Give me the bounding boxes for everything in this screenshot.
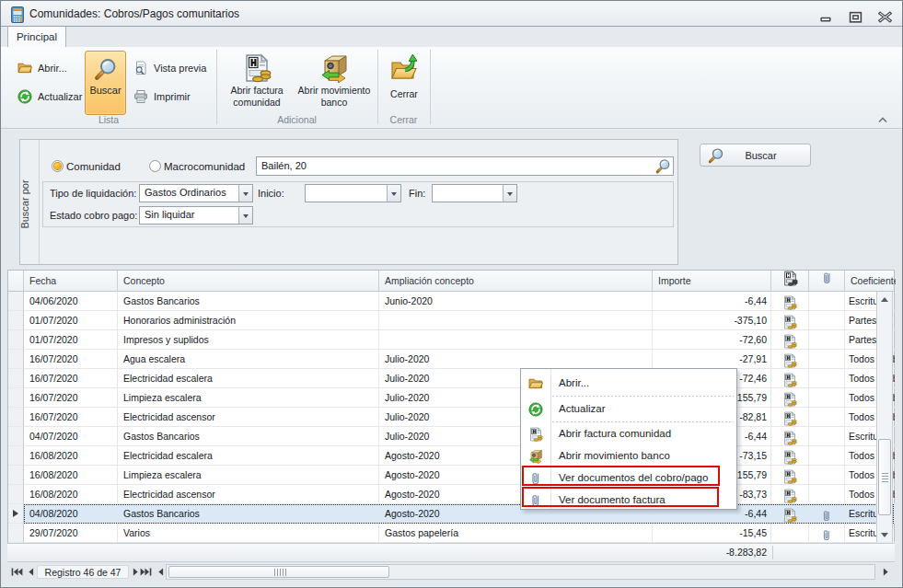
table-row[interactable]: 01/07/2020 Honorarios administración -37… xyxy=(8,311,894,330)
cell-concepto[interactable]: Impresos y suplidos xyxy=(118,330,379,350)
radio-comunidad[interactable] xyxy=(52,160,64,172)
header-factura[interactable] xyxy=(771,271,809,292)
ribbon-collapse-button[interactable] xyxy=(875,113,890,126)
header-fecha[interactable]: Fecha xyxy=(24,271,118,292)
horizontal-scrollbar-thumb[interactable] xyxy=(168,566,389,578)
cell-fecha[interactable]: 04/07/2020 xyxy=(24,427,118,446)
cell-concepto[interactable]: Gastos Bancarios xyxy=(118,427,379,446)
cell-adjunto[interactable] xyxy=(809,350,845,369)
ribbon-button-buscar[interactable]: Buscar xyxy=(85,51,126,115)
cell-ampliacion[interactable]: Junio-2020 xyxy=(379,292,653,311)
cell-adjunto[interactable] xyxy=(809,485,845,504)
cell-concepto[interactable]: Honorarios administración xyxy=(118,311,379,330)
ribbon-button-cerrar[interactable]: Cerrar xyxy=(380,51,428,115)
hscroll-left-button[interactable] xyxy=(154,566,167,578)
cell-factura[interactable] xyxy=(771,427,809,446)
buscar-button[interactable]: Buscar xyxy=(700,144,811,167)
tipo-liquidacion-combo[interactable]: Gastos Ordinarios xyxy=(139,184,253,202)
nav-first-button[interactable] xyxy=(10,566,23,578)
cell-factura[interactable] xyxy=(771,330,809,350)
cell-concepto[interactable]: Gastos Bancarios xyxy=(118,292,379,311)
cell-concepto[interactable]: Varios xyxy=(118,524,379,543)
horizontal-scrollbar[interactable] xyxy=(166,564,875,580)
vertical-scrollbar[interactable] xyxy=(876,292,893,542)
scroll-down-button[interactable] xyxy=(877,527,892,542)
cell-concepto[interactable]: Electricidad escalera xyxy=(118,446,379,466)
cell-adjunto[interactable] xyxy=(809,427,845,446)
table-row[interactable]: 04/06/2020 Gastos Bancarios Junio-2020 -… xyxy=(8,292,894,311)
cell-ampliacion[interactable]: Gastos papelería xyxy=(379,524,653,543)
cell-factura[interactable] xyxy=(771,446,809,466)
nav-prev-button[interactable] xyxy=(24,566,37,578)
ribbon-button-imprimir[interactable]: Imprimir xyxy=(133,87,191,106)
cell-importe[interactable]: -27,91 xyxy=(653,350,771,369)
cell-fecha[interactable]: 04/08/2020 xyxy=(24,504,118,524)
cell-concepto[interactable]: Limpieza escalera xyxy=(118,466,379,485)
menu-item-abrir-movimiento-banco[interactable]: Abrir movimiento banco xyxy=(522,445,735,467)
table-row[interactable]: 01/07/2020 Impresos y suplidos -72,60 Pa… xyxy=(8,330,894,350)
table-row[interactable]: 16/08/2020 Electricidad escalera Agosto-… xyxy=(8,446,894,466)
header-concepto[interactable]: Concepto xyxy=(118,271,379,292)
cell-fecha[interactable]: 16/08/2020 xyxy=(24,466,118,485)
cell-fecha[interactable]: 16/08/2020 xyxy=(24,446,118,466)
cell-adjunto[interactable] xyxy=(809,446,845,466)
ribbon-button-vista-previa[interactable]: Vista previa xyxy=(133,59,206,77)
tab-principal[interactable]: Principal xyxy=(7,27,66,47)
table-row[interactable]: 16/07/2020 Electricidad ascensor Julio-2… xyxy=(8,408,894,427)
cell-concepto[interactable]: Limpieza escalera xyxy=(118,388,379,408)
cell-factura[interactable] xyxy=(771,388,809,408)
vertical-scrollbar-thumb[interactable] xyxy=(878,439,891,515)
table-row[interactable]: 16/07/2020 Limpieza escalera Julio-2020 … xyxy=(8,388,894,408)
cell-importe[interactable]: -15,45 xyxy=(653,524,771,543)
header-ampliacion-concepto[interactable]: Ampliación concepto xyxy=(379,271,653,292)
cell-concepto[interactable]: Agua escalera xyxy=(118,350,379,369)
cell-factura[interactable] xyxy=(771,311,809,330)
cell-importe[interactable]: -375,10 xyxy=(653,311,771,330)
table-row[interactable]: 29/07/2020 Varios Gastos papelería -15,4… xyxy=(8,524,894,543)
table-row[interactable]: 16/07/2020 Electricidad escalera Julio-2… xyxy=(8,369,894,388)
ribbon-button-abrir-factura-comunidad[interactable]: Abrir facturacomunidad xyxy=(221,51,293,115)
scroll-up-button[interactable] xyxy=(877,292,892,306)
input-search-icon[interactable] xyxy=(655,158,671,174)
table-row[interactable]: 16/08/2020 Limpieza escalera Agosto-2020… xyxy=(8,466,894,485)
cell-adjunto[interactable] xyxy=(809,292,845,311)
cell-adjunto[interactable] xyxy=(809,388,845,408)
community-input[interactable]: Bailén, 20 xyxy=(256,156,674,176)
hscroll-right-button[interactable] xyxy=(879,566,892,578)
cell-fecha[interactable]: 16/08/2020 xyxy=(24,485,118,504)
cell-ampliacion[interactable] xyxy=(379,311,653,330)
cell-factura[interactable] xyxy=(771,466,809,485)
cell-factura[interactable] xyxy=(771,350,809,369)
cell-importe[interactable]: -72,60 xyxy=(653,330,771,350)
cell-adjunto[interactable] xyxy=(809,330,845,350)
cell-factura[interactable] xyxy=(771,369,809,388)
cell-fecha[interactable]: 04/06/2020 xyxy=(24,292,118,311)
header-adjunto[interactable] xyxy=(809,271,845,292)
cell-fecha[interactable]: 01/07/2020 xyxy=(24,330,118,350)
ribbon-button-abrir[interactable]: Abrir... xyxy=(17,59,67,77)
cell-fecha[interactable]: 16/07/2020 xyxy=(24,350,118,369)
ribbon-button-abrir-movimiento-banco[interactable]: Abrir movimientobanco xyxy=(293,51,376,115)
menu-item-abrir-factura-comunidad[interactable]: Abrir factura comunidad xyxy=(522,423,735,445)
table-row[interactable]: 04/08/2020 Gastos Bancarios Agosto-2020 … xyxy=(8,504,894,524)
dropdown-arrow-icon[interactable] xyxy=(387,185,400,202)
close-button[interactable] xyxy=(875,9,894,24)
fin-combo[interactable] xyxy=(432,184,517,202)
cell-fecha[interactable]: 16/07/2020 xyxy=(24,388,118,408)
cell-factura[interactable] xyxy=(771,485,809,504)
inicio-combo[interactable] xyxy=(305,184,401,202)
menu-item-actualizar[interactable]: Actualizar xyxy=(522,398,735,421)
cell-factura[interactable] xyxy=(771,504,809,524)
cell-factura[interactable] xyxy=(771,524,809,543)
dropdown-arrow-icon[interactable] xyxy=(238,207,252,224)
cell-ampliacion[interactable]: Julio-2020 xyxy=(379,350,653,369)
table-row[interactable]: 16/07/2020 Agua escalera Julio-2020 -27,… xyxy=(8,350,894,369)
table-row[interactable]: 16/08/2020 Electricidad ascensor Agosto-… xyxy=(8,485,894,504)
minimize-button[interactable] xyxy=(816,9,835,24)
cell-concepto[interactable]: Electricidad ascensor xyxy=(118,485,379,504)
dropdown-arrow-icon[interactable] xyxy=(503,185,516,202)
cell-factura[interactable] xyxy=(771,408,809,427)
cell-fecha[interactable]: 16/07/2020 xyxy=(24,369,118,388)
cell-factura[interactable] xyxy=(771,292,809,311)
cell-concepto[interactable]: Electricidad ascensor xyxy=(118,408,379,427)
